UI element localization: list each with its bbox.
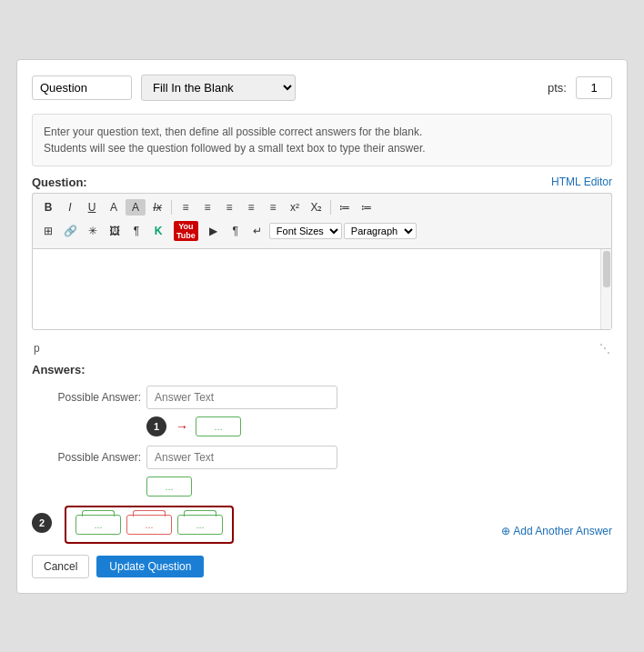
arrow-marker-1: → — [176, 419, 188, 434]
separator-1 — [171, 200, 172, 215]
answer-options-btn-2[interactable]: ... — [146, 476, 192, 497]
info-box: Enter your question text, then define al… — [32, 114, 612, 166]
answer-btn-row-2: ... — [32, 476, 612, 497]
answer-label-2: Possible Answer: — [32, 451, 141, 464]
pts-input[interactable] — [576, 76, 612, 99]
kaltura-button[interactable]: K — [148, 223, 168, 239]
toolbar-row-2: ⊞ 🔗 ✳ 🖼 ¶ K YouTube ▶ ¶ ↵ Font Sizes Par… — [38, 217, 606, 245]
font-color-button[interactable]: A — [104, 199, 124, 216]
answer-row-1: Possible Answer: — [32, 386, 612, 409]
editor-toolbar: B I U A A Ix ≡ ≡ ≡ ≡ ≡ x² X₂ ≔ ≔ ⊞ 🔗 — [32, 193, 612, 248]
add-answer-link[interactable]: ⊕ Add Another Answer — [501, 518, 612, 544]
answer-input-2[interactable] — [146, 446, 337, 469]
update-question-button[interactable]: Update Question — [96, 556, 204, 577]
answers-title: Answers: — [32, 363, 612, 376]
info-line1: Enter your question text, then define al… — [44, 124, 600, 140]
underline-button[interactable]: U — [82, 199, 102, 216]
table-button[interactable]: ⊞ — [38, 223, 58, 239]
answer-block-1: Possible Answer: 1 → ... — [32, 386, 612, 436]
answer-block-2: Possible Answer: ... — [32, 446, 612, 497]
resize-handle[interactable]: ⋱ — [599, 342, 610, 355]
answer-row-2: Possible Answer: — [32, 446, 612, 469]
p-indicator-text: p — [34, 342, 40, 355]
paragraph-select[interactable]: Paragraph — [344, 223, 417, 239]
header-row: Fill In the Blank pts: — [32, 75, 612, 101]
cancel-button[interactable]: Cancel — [32, 555, 89, 578]
italic-button[interactable]: I — [60, 199, 80, 216]
editor-area[interactable] — [32, 248, 612, 330]
editor-content[interactable] — [33, 249, 611, 322]
pts-label: pts: — [548, 81, 567, 95]
question-type-select[interactable]: Fill In the Blank — [141, 75, 296, 101]
paragraph-button[interactable]: ¶ — [126, 223, 146, 239]
align-right-button[interactable]: ≡ — [219, 199, 239, 216]
bottom-section: 2 ... ... ... ⊕ Add Another Answer — [32, 506, 612, 544]
tab-card-1[interactable]: ... — [75, 515, 121, 535]
highlight-button[interactable]: A — [126, 199, 146, 216]
pilcrow-button[interactable]: ¶ — [226, 223, 246, 239]
font-size-select[interactable]: Font Sizes — [269, 223, 342, 239]
align-left-button[interactable]: ≡ — [176, 199, 196, 216]
align-center-button[interactable]: ≡ — [197, 199, 217, 216]
editor-scrollbar[interactable] — [600, 249, 611, 329]
subscript-button[interactable]: X₂ — [307, 199, 327, 216]
add-answer-text: Add Another Answer — [513, 525, 612, 537]
youtube-icon: YouTube — [174, 221, 198, 241]
question-section-title: Question: — [32, 176, 87, 189]
media-button[interactable]: ▶ — [204, 223, 224, 239]
justify-button[interactable]: ≡ — [241, 199, 261, 216]
separator-2 — [330, 200, 331, 215]
highlight-box: ... ... ... — [65, 506, 234, 544]
clear-format-button[interactable]: Ix — [147, 199, 167, 216]
bullet-list-button[interactable]: ≔ — [335, 199, 355, 216]
footer-row: Cancel Update Question — [32, 555, 612, 578]
superscript-button[interactable]: x² — [285, 199, 305, 216]
scrollbar-thumb — [603, 251, 610, 287]
answer-label-1: Possible Answer: — [32, 391, 141, 404]
question-section: Question: HTML Editor B I U A A Ix ≡ ≡ ≡… — [32, 176, 612, 330]
marker-and-btn-1: 1 → ... — [146, 416, 241, 436]
main-container: Fill In the Blank pts: Enter your questi… — [16, 59, 628, 594]
question-label-input[interactable] — [32, 75, 132, 100]
answer-options-btn-1[interactable]: ... — [196, 416, 241, 436]
info-line2: Students will see the question followed … — [44, 140, 600, 156]
number-marker-1: 1 — [146, 416, 166, 436]
html-editor-link[interactable]: HTML Editor — [551, 176, 612, 188]
answers-section: Answers: Possible Answer: 1 → ... Possib… — [32, 363, 612, 544]
answer-input-1[interactable] — [146, 386, 337, 409]
answer-btn-row-1: 1 → ... — [32, 416, 612, 436]
tab-card-3[interactable]: ... — [177, 515, 223, 535]
indent-button[interactable]: ≡ — [263, 199, 283, 216]
tab-card-2[interactable]: ... — [126, 515, 172, 535]
numbered-list-button[interactable]: ≔ — [357, 199, 377, 216]
bold-button[interactable]: B — [38, 199, 58, 216]
toolbar-row-1: B I U A A Ix ≡ ≡ ≡ ≡ ≡ x² X₂ ≔ ≔ — [38, 197, 606, 217]
number-marker-2: 2 — [32, 513, 52, 533]
image-button[interactable]: 🖼 — [105, 223, 125, 239]
youtube-button[interactable]: YouTube — [170, 219, 202, 243]
pilcrow2-button[interactable]: ↵ — [247, 223, 267, 239]
p-indicator-row: p ⋱ — [32, 339, 612, 357]
special-char-button[interactable]: ✳ — [83, 223, 103, 239]
section-header: Question: HTML Editor — [32, 176, 612, 189]
add-answer-icon: ⊕ — [501, 525, 510, 537]
link-button[interactable]: 🔗 — [60, 223, 81, 239]
bottom-row: 2 ... ... ... ⊕ Add Another Answer — [32, 506, 612, 544]
